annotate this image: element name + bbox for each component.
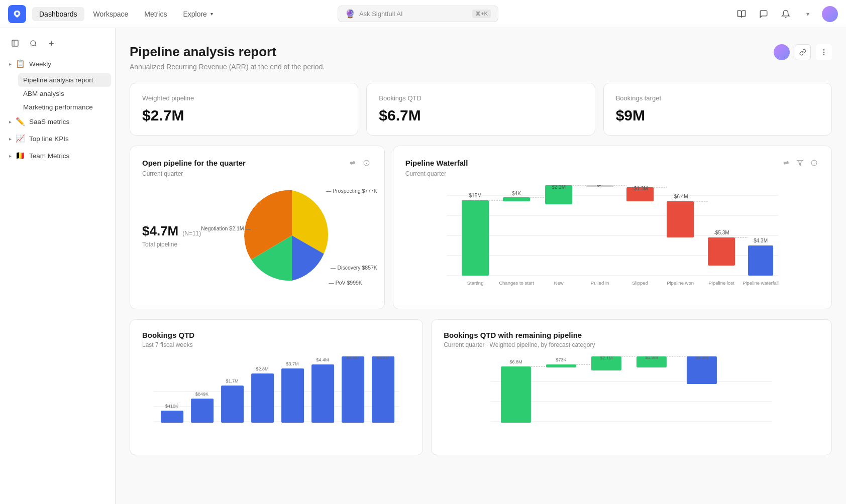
funnel-icon[interactable] — [794, 157, 805, 168]
kpi-value: $2.7M — [142, 107, 346, 124]
kpi-label: Weighted pipeline — [142, 94, 346, 102]
chevron-down-icon[interactable]: ▾ — [800, 6, 816, 22]
info-icon[interactable] — [361, 157, 372, 168]
svg-text:Pipeline won: Pipeline won — [667, 280, 694, 286]
svg-rect-60 — [342, 356, 364, 423]
weekly-emoji: 📋 — [16, 59, 25, 68]
svg-text:$6.8M: $6.8M — [347, 356, 359, 360]
sidebar-group-topline: ▸ 📈 Top line KPIs — [4, 131, 111, 146]
svg-rect-58 — [311, 364, 334, 423]
chart-row-2: Bookings QTD Last 7 fiscal weeks $410K $… — [130, 319, 832, 455]
book-open-icon[interactable] — [733, 6, 750, 22]
share-link-icon[interactable] — [795, 44, 811, 60]
sidebar-item-label: ABM analysis — [23, 90, 64, 97]
sidebar-group-weekly: ▸ 📋 Weekly — [4, 56, 111, 71]
nav-tab-workspace[interactable]: Workspace — [86, 7, 136, 21]
sidebar-item-team[interactable]: ▸ 🇧🇪 Team Metrics — [4, 148, 111, 163]
svg-text:$4.3M: $4.3M — [754, 238, 768, 243]
sidebar-item-label: SaaS metrics — [29, 118, 69, 125]
sidebar-item-marketing[interactable]: Marketing performance — [18, 100, 111, 114]
sidebar-item-weekly[interactable]: ▸ 📋 Weekly — [4, 56, 111, 71]
bookings-remaining-chart-card: Bookings QTD with remaining pipeline Cur… — [431, 319, 832, 455]
kpi-value: $6.7M — [379, 107, 582, 124]
svg-text:Pulled in: Pulled in — [591, 280, 609, 286]
svg-rect-16 — [503, 197, 530, 201]
svg-text:-$5.3M: -$5.3M — [713, 230, 729, 235]
page-title: Pipeline analysis report — [130, 44, 325, 60]
waterfall-info-icon[interactable] — [808, 157, 819, 168]
svg-text:$3.7M: $3.7M — [286, 361, 299, 366]
bookings-qtd-subtitle: Last 7 fiscal weeks — [142, 341, 410, 348]
plus-icon[interactable] — [44, 36, 58, 50]
svg-point-0 — [16, 12, 19, 15]
chevron-right-icon: ▸ — [9, 136, 12, 142]
kpi-value: $9M — [616, 107, 819, 124]
sidebar-item-label: Marketing performance — [23, 103, 93, 111]
sidebar-item-pipeline-analysis[interactable]: Pipeline analysis report — [18, 73, 111, 87]
pie-total: $4.7M — [142, 223, 178, 239]
filter-adjust-icon[interactable]: ⇌ — [780, 157, 791, 168]
bookings-remaining-title: Bookings QTD with remaining pipeline — [444, 331, 819, 339]
svg-text:$0: $0 — [597, 185, 603, 187]
svg-text:$4.3M: $4.3M — [696, 356, 708, 360]
legend-negotiation: Negotiation $2.1M — — [201, 225, 251, 231]
nav-right-actions: ▾ — [733, 6, 838, 22]
pie-chart-wrap: — Prospecting $777K — Discovery $857K — … — [211, 185, 372, 286]
svg-text:$410K: $410K — [165, 404, 178, 409]
waterfall-chart-subtitle: Current quarter — [405, 170, 819, 177]
kpi-card-bookings-target: Bookings target $9M — [603, 83, 832, 136]
svg-text:Starting: Starting — [467, 280, 484, 286]
svg-point-5 — [823, 54, 824, 55]
ask-ai-search[interactable]: 🔮 Ask Sightfull AI ⌘+K — [338, 6, 498, 22]
svg-text:$1.7M: $1.7M — [226, 379, 239, 384]
filter-icon[interactable]: ⇌ — [347, 157, 358, 168]
nav-tab-explore[interactable]: Explore ▾ — [176, 7, 220, 21]
sidebar-item-topline[interactable]: ▸ 📈 Top line KPIs — [4, 131, 111, 146]
nav-tab-dashboards[interactable]: Dashboards — [32, 7, 84, 21]
svg-rect-67 — [501, 366, 531, 423]
page-subtitle: Annualized Recurring Revenue (ARR) at th… — [130, 63, 325, 71]
chevron-right-icon: ▸ — [9, 119, 12, 124]
user-avatar[interactable] — [822, 6, 838, 22]
sidebar-item-label: Team Metrics — [29, 152, 69, 160]
sidebar-item-label: Top line KPIs — [29, 135, 69, 143]
sidebar-group-team: ▸ 🇧🇪 Team Metrics — [4, 148, 111, 163]
svg-marker-7 — [797, 160, 803, 165]
bell-icon[interactable] — [778, 6, 794, 22]
svg-text:$4K: $4K — [512, 191, 521, 196]
svg-rect-50 — [191, 399, 214, 423]
pie-chart-title: Open pipeline for the quarter ⇌ — [142, 157, 372, 168]
app-logo[interactable] — [8, 5, 26, 23]
sidebar-item-saas[interactable]: ▸ ✏️ SaaS metrics — [4, 114, 111, 129]
sidebar-item-label: Pipeline analysis report — [23, 76, 93, 84]
search-icon[interactable] — [26, 36, 40, 50]
sidebar: ▸ 📋 Weekly Pipeline analysis report ABM … — [0, 28, 116, 504]
chart-row-1: Open pipeline for the quarter ⇌ Current … — [130, 146, 832, 309]
sidebar-collapse-icon[interactable] — [8, 36, 22, 50]
bookings-qtd-title: Bookings QTD — [142, 331, 410, 339]
page-header-row: Pipeline analysis report Annualized Recu… — [130, 44, 832, 71]
nav-tab-metrics[interactable]: Metrics — [137, 7, 174, 21]
chevron-right-icon: ▸ — [9, 153, 12, 159]
svg-point-3 — [823, 50, 824, 50]
page-owner-avatar[interactable] — [774, 44, 790, 60]
message-icon[interactable] — [756, 6, 772, 22]
svg-text:Pipeline waterfall: Pipeline waterfall — [743, 280, 779, 286]
svg-text:$1.9M: $1.9M — [646, 356, 658, 360]
svg-text:$15M: $15M — [469, 193, 481, 198]
pie-chart-subtitle: Current quarter — [142, 170, 372, 177]
globe-icon: 🔮 — [345, 9, 355, 19]
svg-rect-24 — [667, 201, 694, 237]
sidebar-item-abm[interactable]: ABM analysis — [18, 87, 111, 100]
waterfall-svg: $15M $4K $2.1M $0 -$1.3M -$6.4M -$5.3M $… — [405, 185, 819, 296]
svg-rect-56 — [281, 368, 304, 423]
search-label: Ask Sightfull AI — [359, 10, 468, 18]
more-options-icon[interactable] — [816, 44, 832, 60]
svg-rect-28 — [748, 245, 773, 276]
svg-text:New: New — [554, 280, 563, 286]
chevron-right-icon: ▸ — [9, 61, 12, 67]
kpi-label: Bookings target — [616, 94, 819, 102]
kpi-card-weighted-pipeline: Weighted pipeline $2.7M — [130, 83, 358, 136]
pie-chart-icons: ⇌ — [347, 157, 372, 168]
pie-chart-card: Open pipeline for the quarter ⇌ Current … — [130, 146, 385, 309]
